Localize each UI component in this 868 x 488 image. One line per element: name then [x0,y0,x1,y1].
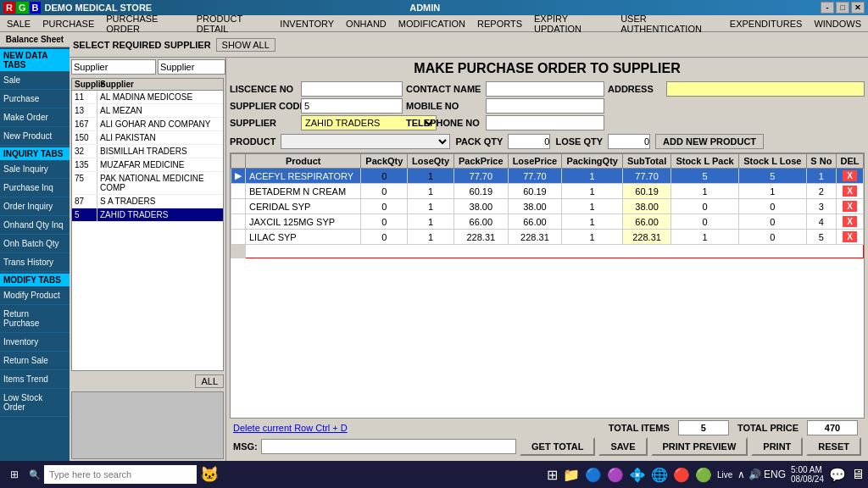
sidebar-item-new-product[interactable]: New Product [0,127,70,146]
menu-reports[interactable]: REPORTS [472,17,527,30]
table-row[interactable]: LILAC SYP 228.31 228.31 1 228.31 1 0 5 X [231,230,864,245]
supplier-row[interactable]: 167 ALI GOHAR AND COMPANY [72,118,223,131]
supplier-name-search[interactable] [158,59,225,75]
taskbar-icon-3[interactable]: 🔵 [585,467,602,483]
menu-sale[interactable]: SALE [2,17,36,30]
cell-packqty[interactable] [361,184,408,199]
cell-del[interactable]: X [836,199,863,214]
supplier-table-header: Supplie Supplier [72,79,223,91]
menu-purchase[interactable]: PURCHASE [37,17,99,30]
maximize-button[interactable]: □ [836,2,849,14]
reset-button[interactable]: RESET [806,437,861,456]
cell-loseqty[interactable] [408,214,454,230]
desktop-icon[interactable]: 🖥 [851,467,865,482]
sidebar-item-inventory[interactable]: Inventory [0,333,70,352]
menu-inventory[interactable]: INVENTORY [275,17,339,30]
delete-row-button[interactable]: X [843,170,857,181]
menu-modification[interactable]: MODIFICATION [393,17,470,30]
print-button[interactable]: PRINT [751,437,803,456]
close-button[interactable]: ✕ [851,2,865,14]
table-row[interactable]: JAXCIL 125MG SYP 66.00 66.00 1 66.00 0 0… [231,214,864,230]
supplier-row[interactable]: 75 PAK NATIONAL MEDICINE COMP [72,172,223,195]
start-button[interactable]: ⊞ [3,467,25,482]
cell-product: JAXCIL 125MG SYP [246,214,361,230]
cell-loseqty[interactable] [408,230,454,245]
notification-icon[interactable]: 💬 [829,467,846,483]
delete-row-button[interactable]: X [843,186,857,197]
delete-row-button[interactable]: X [843,201,857,212]
sidebar-item-onhand-qty[interactable]: Onhand Qty Inq [0,216,70,235]
sidebar-item-sale[interactable]: Sale [0,71,70,90]
supplier-row[interactable]: 87 S A TRADERS [72,195,223,208]
sidebar-item-make-order[interactable]: Make Order [0,108,70,127]
sidebar-item-onh-batch[interactable]: Onh Batch Qty [0,235,70,253]
show-all-button[interactable]: SHOW ALL [216,38,275,52]
delete-row-button[interactable]: X [843,216,857,227]
taskbar-icon-5[interactable]: 💠 [629,467,646,483]
menu-windows[interactable]: WINDOWS [809,17,866,30]
supplier-code-input[interactable] [301,98,403,114]
taskbar-search[interactable] [44,465,197,484]
delete-row-link[interactable]: Delete current Row Ctrl + D [233,423,348,433]
taskbar-icon-1[interactable]: ⊞ [547,467,558,483]
cell-loseqty[interactable] [408,199,454,214]
supplier-row[interactable]: 11 AL MADINA MEDICOSE [72,91,223,104]
cell-packqty[interactable] [361,169,408,184]
all-button[interactable]: ALL [195,374,224,388]
sidebar-item-return-purchase[interactable]: Return Purchase [0,305,70,333]
admin-label: ADMIN [409,3,440,13]
taskbar-icon-6[interactable]: 🌐 [651,467,668,483]
print-preview-button[interactable]: PRINT PREVIEW [651,437,748,456]
sidebar-item-low-stock[interactable]: Low Stock Order [0,389,70,417]
sidebar-item-modify-product[interactable]: Modify Product [0,286,70,305]
sidebar-item-return-sale[interactable]: Return Sale [0,352,70,370]
cell-loseprice: 38.00 [508,199,562,214]
cell-del[interactable]: X [836,169,863,184]
telephone-no-input[interactable] [486,115,604,130]
sidebar-item-sale-inquiry[interactable]: Sale Inquiry [0,160,70,179]
cell-del[interactable]: X [836,184,863,199]
product-select[interactable] [281,134,450,149]
get-total-button[interactable]: GET TOTAL [520,437,595,456]
supplier-row[interactable]: 135 MUZAFAR MEDICINE [72,158,223,172]
menu-onhand[interactable]: ONHAND [341,17,392,30]
licence-no-input[interactable] [301,81,403,97]
cell-packqty[interactable] [361,230,408,245]
delete-row-button[interactable]: X [843,231,857,242]
taskbar-icon-7[interactable]: 🔴 [673,467,690,483]
taskbar-icon-8[interactable]: 🟢 [695,467,712,483]
supplier-search-input[interactable] [71,59,156,75]
supplier-row[interactable]: 150 ALI PAKISTAN [72,131,223,145]
cell-packqty[interactable] [361,199,408,214]
supplier-row[interactable]: 32 BISMILLAH TRADERS [72,145,223,158]
mobile-no-input[interactable] [486,98,604,114]
table-row[interactable]: BETADERM N CREAM 60.19 60.19 1 60.19 1 1… [231,184,864,199]
taskbar-icon-4[interactable]: 🟣 [607,467,624,483]
window-controls[interactable]: - □ ✕ [821,2,865,14]
table-row[interactable]: CERIDAL SYP 38.00 38.00 1 38.00 0 0 3 X [231,199,864,214]
sidebar-item-trans-history[interactable]: Trans History [0,253,70,272]
menu-expenditures[interactable]: EXPENDITURES [725,17,808,30]
supplier-row-selected[interactable]: 5 ZAHID TRADERS [72,208,223,222]
cell-packqty[interactable] [361,214,408,230]
lose-qty-input[interactable] [608,134,650,149]
minimize-button[interactable]: - [821,2,834,14]
sidebar-item-purchase-inq[interactable]: Purchase Inq [0,179,70,197]
msg-input[interactable] [261,439,516,454]
contact-name-input[interactable] [486,81,604,97]
sidebar-item-order-inquiry[interactable]: Order Inquiry [0,197,70,216]
table-row[interactable]: ▶ ACEFYL RESPIRATORY 77.70 77.70 1 77.70… [231,169,864,184]
save-button[interactable]: SAVE [598,437,647,456]
taskbar-icon-2[interactable]: 📁 [563,467,580,483]
sidebar-item-items-trend[interactable]: Items Trend [0,370,70,389]
address-input[interactable] [666,81,865,97]
new-data-tabs-header: NEW DATA TABS [0,49,70,71]
cell-del[interactable]: X [836,230,863,245]
cell-loseqty[interactable] [408,169,454,184]
cell-del[interactable]: X [836,214,863,230]
supplier-row[interactable]: 13 AL MEZAN [72,104,223,118]
sidebar-item-purchase[interactable]: Purchase [0,90,70,108]
cell-loseqty[interactable] [408,184,454,199]
pack-qty-input[interactable] [508,134,550,149]
add-product-button[interactable]: ADD NEW PRODUCT [655,134,764,149]
